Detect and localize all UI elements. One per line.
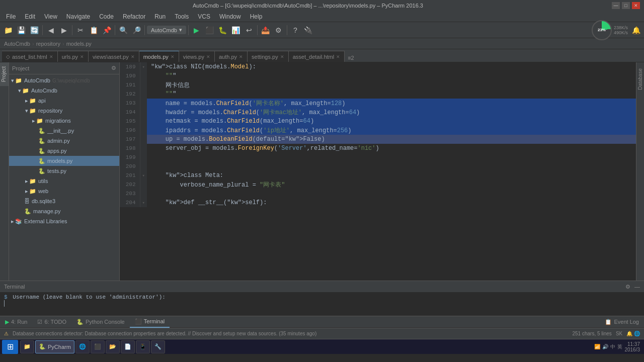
toolbar-copy-btn[interactable]: 📋 (88, 24, 100, 36)
tree-manage-file[interactable]: 🐍 manage.py (9, 206, 119, 216)
breadcrumb-repository[interactable]: repository (36, 41, 60, 47)
terminal-content[interactable]: $ Username (leave blank to use 'administ… (0, 292, 644, 316)
taskbar-item-terminal[interactable]: ⬛ (91, 340, 105, 353)
tab-counter[interactable]: ≡2 (345, 54, 357, 62)
toolbar-run-btn[interactable]: ▶ (191, 24, 203, 36)
bottom-tab-terminal[interactable]: ⬛ Terminal (130, 316, 170, 328)
taskbar-item-word[interactable]: 📄 (121, 340, 135, 353)
tree-autocmdb-root[interactable]: ▾ 📁 AutoCmdb G:\wupeiqi\cmdb (9, 75, 119, 85)
menu-window[interactable]: Window (215, 12, 245, 21)
taskbar-item-app2[interactable]: 🔧 (151, 340, 165, 353)
toolbar-sync-btn[interactable]: 🔄 (28, 24, 40, 36)
toolbar-step-btn[interactable]: ↩ (243, 24, 255, 36)
line-code-202[interactable]: verbose_name_plural = "网卡表" (147, 180, 636, 189)
line-code-201[interactable]: "kw">class Meta: (147, 171, 636, 180)
toolbar-settings-btn[interactable]: ⚙ (273, 24, 285, 36)
menu-help[interactable]: Help (246, 12, 267, 21)
tab-close-settings[interactable]: ✕ (280, 54, 284, 59)
right-sidebar[interactable]: Database (636, 62, 644, 281)
maximize-button[interactable]: □ (622, 2, 630, 9)
tab-views-asset[interactable]: views\asset.py ✕ (89, 51, 139, 62)
tree-apps-file[interactable]: 🐍 apps.py (9, 146, 119, 156)
line-code-193[interactable]: name = models.CharField('网卡名称', max_leng… (147, 99, 636, 108)
line-code-198[interactable]: server_obj = models.ForeignKey('Server',… (147, 144, 636, 153)
toolbar-plugins-btn[interactable]: 🔌 (302, 24, 314, 36)
tab-close-urls[interactable]: ✕ (80, 54, 84, 59)
tab-close-asset-detail[interactable]: ✕ (336, 54, 340, 59)
line-code-194[interactable]: hwaddr = models.CharField('网卡mac地址', max… (147, 108, 636, 117)
tab-close-views[interactable]: ✕ (206, 54, 210, 59)
tab-settings[interactable]: settings.py ✕ (248, 51, 289, 62)
tab-close-asset-list[interactable]: ✕ (49, 54, 53, 59)
line-code-200[interactable] (147, 162, 636, 171)
toolbar-vcs-btn[interactable]: 📤 (260, 24, 272, 36)
menu-tools[interactable]: Tools (171, 12, 193, 21)
menu-file[interactable]: File (2, 12, 20, 21)
minimize-button[interactable]: — (612, 2, 620, 9)
menu-code[interactable]: Code (95, 12, 118, 21)
toolbar-stop-btn[interactable]: ⬛ (204, 24, 216, 36)
tree-db-file[interactable]: 🗄 db.sqlite3 (9, 196, 119, 206)
line-code-204[interactable]: "kw">def __str__("kw">self): (147, 198, 636, 207)
tree-autocmdb-folder[interactable]: ▾ 📁 AutoCmdb (9, 85, 119, 96)
tab-models[interactable]: models.py ✕ (139, 51, 179, 62)
tree-external-libs[interactable]: ▸ 📚 External Libraries (9, 216, 119, 226)
menu-view[interactable]: View (40, 12, 61, 21)
tab-asset-detail[interactable]: asset_detail.html ✕ (289, 51, 345, 62)
line-code-196[interactable]: ipaddrs = models.CharField('ip地址', max_l… (147, 126, 636, 135)
tree-init-file[interactable]: 🐍 __init__.py (9, 126, 119, 136)
tab-views[interactable]: views.py ✕ (179, 51, 215, 62)
tab-asset-list[interactable]: ◇ asset_list.html ✕ (2, 51, 58, 62)
line-code-190[interactable]: """ (147, 71, 636, 80)
toolbar-back-btn[interactable]: ◀ (45, 24, 57, 36)
line-code-195[interactable]: netmask = models.CharField(max_length=64… (147, 117, 636, 126)
vtab-project[interactable]: Project (0, 62, 9, 86)
bottom-tab-python-console[interactable]: 🐍 Python Console (71, 316, 130, 328)
toolbar-paste-btn[interactable]: 📌 (101, 24, 113, 36)
taskbar-item-files1[interactable]: 📁 (20, 340, 34, 353)
line-code-189[interactable]: "kw">class NIC(models.Model): (147, 62, 636, 71)
toolbar-debug-btn[interactable]: 🐛 (217, 24, 229, 36)
line-code-197[interactable]: up = models.BooleanField(default="kw">Fa… (147, 135, 636, 144)
taskbar-item-pycharm[interactable]: 🐍 PyCharm (35, 340, 74, 353)
tab-urls[interactable]: urls.py ✕ (58, 51, 89, 62)
tree-models-file[interactable]: 🐍 models.py (9, 156, 119, 166)
line-code-192[interactable]: """ (147, 89, 636, 99)
tab-close-views-asset[interactable]: ✕ (131, 54, 135, 59)
menu-refactor[interactable]: Refactor (119, 12, 149, 21)
breadcrumb-models[interactable]: models.py (66, 41, 92, 47)
toolbar-help-btn[interactable]: ? (289, 24, 301, 36)
taskbar-item-app[interactable]: 📱 (136, 340, 150, 353)
tree-tests-file[interactable]: 🐍 tests.py (9, 166, 119, 176)
tab-auth[interactable]: auth.py ✕ (215, 51, 248, 62)
toolbar-replace-btn[interactable]: 🔎 (130, 24, 142, 36)
tab-close-models[interactable]: ✕ (171, 54, 175, 59)
project-gear-icon[interactable]: ⚙ (111, 65, 116, 71)
bottom-tab-todo[interactable]: ☑ 6: TODO (32, 316, 71, 328)
tree-api-folder[interactable]: ▸ 📁 api (9, 96, 119, 106)
bottom-tab-run[interactable]: ▶ 4: Run (0, 316, 32, 328)
toolbar-save-btn[interactable]: 💾 (15, 24, 27, 36)
menu-run[interactable]: Run (150, 12, 170, 21)
taskbar-item-files[interactable]: 📂 (106, 340, 120, 353)
close-button[interactable]: ✕ (632, 2, 640, 9)
bottom-tab-event-log[interactable]: 📋 Event Log (600, 316, 644, 328)
menu-navigate[interactable]: Navigate (62, 12, 94, 21)
tab-close-auth[interactable]: ✕ (239, 54, 243, 59)
line-code-191[interactable]: 网卡信息 (147, 80, 636, 89)
toolbar-search-btn[interactable]: 🔍 (117, 24, 129, 36)
tree-web-folder[interactable]: ▸ 📁 web (9, 186, 119, 196)
toolbar-coverage-btn[interactable]: 📊 (230, 24, 242, 36)
menu-vcs[interactable]: VCS (194, 12, 214, 21)
toolbar-autocmdb-dropdown[interactable]: AutoCmdb ▾ (147, 26, 186, 34)
tree-migrations-folder[interactable]: ▸ 📁 migrations (9, 116, 119, 126)
toolbar-project-btn[interactable]: 📁 (2, 24, 14, 36)
tree-repository-folder[interactable]: ▾ 📁 repository (9, 106, 119, 116)
tree-utils-folder[interactable]: ▸ 📁 utils (9, 176, 119, 186)
line-code-203[interactable] (147, 189, 636, 198)
breadcrumb-autocmdb[interactable]: AutoCmdb (4, 41, 30, 47)
toolbar-forward-btn[interactable]: ▶ (58, 24, 70, 36)
line-code-199[interactable] (147, 153, 636, 162)
terminal-minimize-icon[interactable]: — (634, 284, 640, 290)
code-scroll[interactable]: 189▾"kw">class NIC(models.Model):190 """… (120, 62, 636, 281)
